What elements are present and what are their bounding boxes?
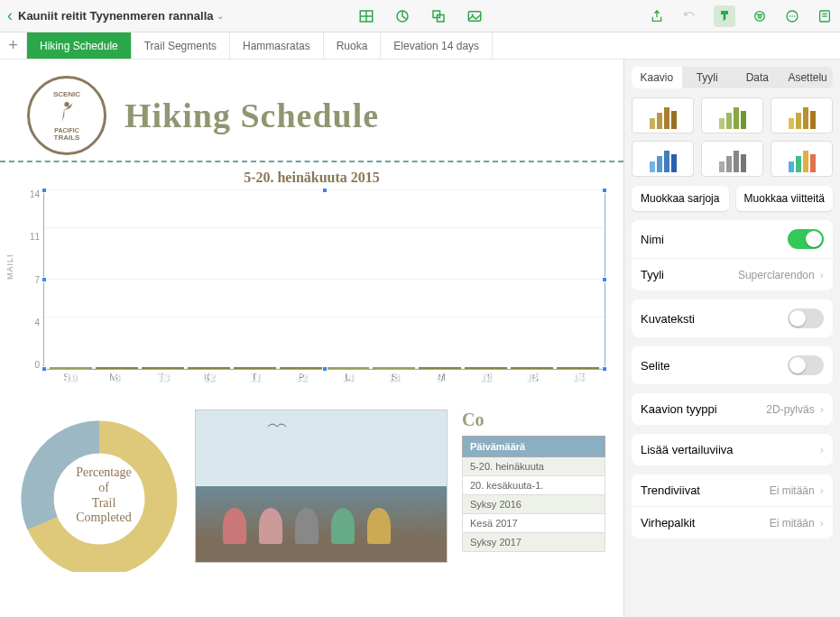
bird-icon — [268, 421, 286, 432]
toggle-legend[interactable] — [788, 355, 824, 375]
row-error-bars[interactable]: Virhepalkit Ei mitään› — [632, 507, 833, 539]
y-axis: 1411740 — [23, 189, 40, 370]
bar-value-label: 12 — [480, 370, 492, 384]
row-name: Nimi — [632, 220, 833, 259]
undo-icon[interactable] — [681, 8, 697, 24]
chart-style-swatch[interactable] — [632, 141, 694, 177]
row-legend: Selite — [632, 346, 833, 384]
value-chart-type: 2D-pylväs — [766, 403, 814, 416]
row-add-reference-line[interactable]: Lisää vertailuviiva › — [632, 434, 833, 465]
bar-value-label: 13 — [388, 370, 400, 384]
format-inspector: KaavioTyyliDataAsettelu Muokkaa sarjoja … — [623, 60, 840, 617]
bar[interactable]: 10 — [50, 367, 92, 369]
bar[interactable]: 13 — [373, 367, 415, 369]
chart-style-swatch[interactable] — [771, 141, 833, 177]
share-icon[interactable] — [649, 8, 665, 24]
svg-point-13 — [789, 15, 791, 17]
bar-value-label: 13 — [157, 370, 169, 384]
shape-icon[interactable] — [430, 8, 447, 24]
chart-style-swatch[interactable] — [701, 97, 763, 134]
bar[interactable]: 9 — [419, 367, 461, 369]
label-chart-type: Kaavion tyyppi — [641, 402, 717, 416]
bar-value-label: 9 — [437, 370, 443, 384]
chevron-right-icon: › — [820, 402, 824, 416]
label-trendlines: Trendiviivat — [641, 483, 700, 497]
inspector-tab[interactable]: Tyyli — [682, 67, 733, 88]
logo-text-top: SCENIC — [53, 90, 80, 98]
inspector-tab[interactable]: Kaavio — [632, 67, 682, 88]
inspector-tab[interactable]: Asettelu — [782, 67, 833, 88]
photo[interactable] — [195, 410, 448, 563]
chart-title[interactable]: 5-20. heinäkuuta 2015 — [0, 170, 623, 186]
bar-chart[interactable]: 1081312111214139121314 — [43, 189, 605, 370]
table-row[interactable]: 5-20. heinäkuuta — [462, 457, 605, 476]
back-chevron-icon[interactable]: ‹ — [7, 6, 13, 25]
bar-value-label: 12 — [203, 370, 215, 384]
sheet-tab[interactable]: Ruoka — [324, 32, 382, 59]
label-error-bars: Virhepalkit — [641, 516, 695, 530]
bar[interactable]: 13 — [142, 367, 184, 369]
inspector-tab[interactable]: Data — [733, 67, 783, 88]
bar-value-label: 12 — [295, 370, 307, 384]
value-error-bars: Ei mitään — [770, 517, 815, 530]
logo-text-bottom: TRAILS — [54, 134, 80, 142]
chart-style-swatch[interactable] — [771, 97, 833, 134]
table-icon[interactable] — [358, 8, 374, 24]
chart-icon[interactable] — [394, 8, 411, 24]
logo-badge: SCENIC PACIFIC TRAILS — [27, 76, 106, 155]
title-dropdown-icon[interactable]: ⌄ — [217, 11, 224, 21]
svg-point-15 — [794, 15, 796, 17]
table-preview[interactable]: Co Päivämäärä 5-20. heinäkuuta20. kesäku… — [462, 410, 605, 576]
chart-style-swatch[interactable] — [632, 97, 694, 134]
x-axis-labels: SMTKTPLSMTKT — [43, 372, 605, 382]
insert-toolbar — [358, 8, 483, 24]
table-row[interactable]: Kesä 2017 — [462, 514, 605, 533]
hiker-icon — [52, 98, 81, 127]
edit-series-button[interactable]: Muokkaa sarjoja — [632, 186, 729, 211]
bar[interactable]: 12 — [465, 367, 507, 369]
format-brush-icon[interactable] — [714, 5, 735, 27]
label-caption: Kuvateksti — [641, 312, 695, 326]
sheet-tab[interactable]: Hiking Schedule — [27, 32, 132, 59]
table-row[interactable]: Syksy 2017 — [462, 533, 605, 552]
sheet-tab[interactable]: Elevation 14 days — [381, 32, 493, 59]
edit-references-button[interactable]: Muokkaa viitteitä — [736, 186, 834, 211]
sheet-tab[interactable]: Trail Segments — [132, 32, 230, 59]
bar[interactable]: 12 — [280, 367, 322, 369]
bar[interactable]: 8 — [96, 367, 138, 369]
chevron-right-icon: › — [820, 268, 824, 281]
document-title[interactable]: Kauniit reitit Tyynenmeren rannalla — [18, 9, 213, 23]
table-row[interactable]: 20. kesäkuuta-1. — [462, 476, 605, 495]
row-trendlines[interactable]: Trendiviivat Ei mitään› — [632, 474, 833, 507]
bar[interactable]: 13 — [511, 367, 553, 369]
bar-value-label: 13 — [526, 370, 538, 384]
bar[interactable]: 12 — [188, 367, 230, 369]
sheet-tab[interactable]: Hammasratas — [230, 32, 324, 59]
donut-chart[interactable]: PercentageofTrailCompleted — [18, 410, 180, 576]
chart-style-swatch[interactable] — [701, 141, 763, 177]
toggle-name[interactable] — [788, 229, 824, 249]
bar-value-label: 11 — [250, 370, 261, 384]
media-icon[interactable] — [466, 8, 483, 24]
chevron-right-icon: › — [820, 443, 824, 456]
table-row[interactable]: Syksy 2016 — [462, 495, 605, 514]
table-title: Co — [462, 410, 605, 430]
bar-value-label: 14 — [342, 370, 354, 384]
canvas[interactable]: SCENIC PACIFIC TRAILS Hiking Schedule 5-… — [0, 60, 623, 617]
row-style[interactable]: Tyyli Superclarendon› — [632, 259, 833, 290]
add-sheet-button[interactable]: + — [0, 32, 27, 59]
row-chart-type[interactable]: Kaavion tyyppi 2D-pylväs› — [632, 393, 833, 425]
insert-cell-icon[interactable] — [817, 8, 833, 24]
value-style: Superclarendon — [738, 269, 815, 281]
bar[interactable]: 11 — [234, 367, 276, 369]
more-icon[interactable] — [784, 8, 800, 24]
bar[interactable]: 14 — [326, 367, 368, 369]
toggle-caption[interactable] — [788, 308, 824, 328]
inspector-tabs: KaavioTyyliDataAsettelu — [632, 67, 833, 88]
bar[interactable]: 14 — [557, 367, 599, 369]
bar-value-label: 10 — [65, 370, 77, 384]
page-title[interactable]: Hiking Schedule — [125, 96, 379, 135]
bar-value-label: 14 — [572, 370, 584, 384]
organize-icon[interactable] — [752, 8, 768, 24]
donut-label: PercentageofTrailCompleted — [54, 465, 153, 526]
